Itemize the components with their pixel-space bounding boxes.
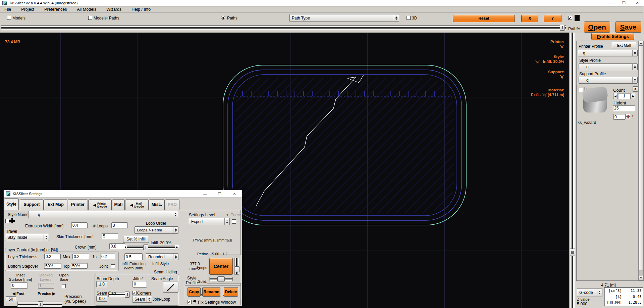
panel-scrollbar[interactable] xyxy=(638,41,644,281)
chevron-updown-icon[interactable] xyxy=(147,296,152,302)
tab-support[interactable]: Support xyxy=(20,200,44,210)
rotation-input[interactable] xyxy=(613,114,626,120)
loop-order-select[interactable]: Loop1 > Perim xyxy=(135,226,178,234)
tab-ext-map[interactable]: Ext Map xyxy=(44,200,67,210)
infill-slider[interactable]: ◀ ▶ xyxy=(123,245,179,250)
path-color-swatch[interactable] xyxy=(575,15,580,21)
chevron-updown-icon[interactable] xyxy=(394,14,399,21)
scrollbar-thumb[interactable] xyxy=(639,46,643,270)
menu-help-info[interactable]: Help / Info xyxy=(131,7,151,12)
inset-surface-input[interactable] xyxy=(11,282,28,289)
center-v-slider[interactable] xyxy=(234,258,239,275)
tab-printer[interactable]: Printer xyxy=(68,200,88,210)
chevron-updown-icon[interactable] xyxy=(632,77,637,83)
menu-wizards[interactable]: Wizards xyxy=(106,7,122,12)
corners-checkbox[interactable]: ✓ xyxy=(132,291,137,295)
menu-preferences[interactable]: Preferences xyxy=(44,7,67,12)
chevron-updown-icon[interactable] xyxy=(597,289,602,297)
path-type-select[interactable]: Path Type xyxy=(289,14,399,22)
tab-printer-gcode[interactable]: ◀ PrinterG-code xyxy=(88,200,112,210)
path-percent-slider[interactable] xyxy=(1,25,566,30)
settings-level-select[interactable]: Expert xyxy=(189,218,230,225)
jitter-input[interactable] xyxy=(132,281,147,288)
style-profile-select[interactable]: q xyxy=(579,63,638,70)
maximize-icon[interactable]: ❐ xyxy=(617,0,631,6)
open-button[interactable]: Open xyxy=(584,21,610,33)
layer-thickness-input[interactable] xyxy=(44,254,61,259)
layer-slider[interactable] xyxy=(569,33,575,308)
extrusion-width-input[interactable] xyxy=(71,222,88,228)
center-h-slider-handle[interactable] xyxy=(217,276,225,281)
models-paths-checkbox[interactable] xyxy=(88,16,92,20)
seam-mode-select[interactable]: Seam xyxy=(132,296,152,303)
max-thickness-input[interactable] xyxy=(72,254,89,259)
tab-matl-gcode[interactable]: ◀ MatlG-code xyxy=(125,200,149,210)
paths-radio[interactable] xyxy=(221,16,225,20)
x-axis-button[interactable]: X xyxy=(521,15,538,22)
joint-checkbox[interactable] xyxy=(111,264,115,268)
set-infill-button[interactable]: Set % Infill xyxy=(123,236,149,243)
close-icon[interactable]: ✕ xyxy=(631,0,644,6)
tab-pro[interactable]: PRO xyxy=(165,200,179,210)
count-input[interactable] xyxy=(618,93,631,99)
rotation-up-icon[interactable] xyxy=(626,114,630,117)
model-thumbnail[interactable] xyxy=(583,88,608,113)
height-input[interactable] xyxy=(613,105,635,111)
settings-maximize-icon[interactable]: ❐ xyxy=(212,190,227,198)
chevron-updown-icon[interactable] xyxy=(173,227,178,233)
infill-slider-right-icon[interactable]: ▶ xyxy=(175,245,179,249)
infill-slider-handle[interactable] xyxy=(143,245,148,250)
reset-button[interactable]: Reset xyxy=(453,15,515,22)
minimize-icon[interactable]: — xyxy=(604,0,617,6)
threed-checkbox[interactable] xyxy=(407,16,411,20)
copy-button[interactable]: Copy xyxy=(187,287,201,297)
open-base-checkbox[interactable] xyxy=(62,284,66,288)
profile-settings-button[interactable]: Profile Settings xyxy=(591,33,634,40)
menu-project[interactable]: Project xyxy=(20,7,35,12)
tab-misc[interactable]: Misc. xyxy=(149,200,165,210)
first-layer-input[interactable] xyxy=(100,254,115,259)
chevron-updown-icon[interactable] xyxy=(224,218,229,225)
delete-button[interactable]: Delete xyxy=(224,287,238,297)
y-axis-button[interactable]: Y xyxy=(544,15,561,22)
top-stepover-input[interactable] xyxy=(71,263,88,269)
precision-slider-handle[interactable] xyxy=(38,301,43,307)
fix-settings-checkbox[interactable]: ✓ xyxy=(187,300,192,304)
save-button[interactable]: Save xyxy=(615,21,641,33)
seam-angle-dial[interactable] xyxy=(163,281,178,293)
ext-matl-button[interactable]: Ext Matl xyxy=(612,42,636,48)
force-checkbox[interactable] xyxy=(232,219,236,224)
seam-depth-slider-handle[interactable] xyxy=(125,292,130,298)
bottom-stepover-input[interactable] xyxy=(44,263,61,269)
center-h-slider[interactable] xyxy=(209,277,233,281)
count-increment-button[interactable]: ▶ xyxy=(631,93,635,99)
scroll-up-icon[interactable] xyxy=(639,41,643,46)
scroll-down-icon[interactable] xyxy=(639,276,643,280)
remove-model-button[interactable]: X xyxy=(633,86,638,92)
infill-style-select[interactable]: Rounded xyxy=(146,253,178,260)
gcode-select[interactable]: G-code xyxy=(577,288,602,297)
skin-thickness-input[interactable] xyxy=(102,233,118,239)
settings-close-icon[interactable]: ✕ xyxy=(227,190,242,198)
chevron-updown-icon[interactable] xyxy=(173,254,178,260)
rename-button[interactable]: Rename xyxy=(202,287,220,297)
chevron-updown-icon[interactable] xyxy=(44,234,49,241)
center-button[interactable]: Center xyxy=(209,258,233,275)
settings-titlebar[interactable]: KISSlicer Settings — ❐ ✕ xyxy=(4,190,242,198)
path-detail-checkbox[interactable]: ✓ xyxy=(568,16,572,20)
count-decrement-button[interactable]: ◀ xyxy=(613,93,618,99)
support-profile-select[interactable]: q xyxy=(579,77,638,84)
center-v-slider-handle[interactable] xyxy=(235,266,239,272)
tab-style[interactable]: Style xyxy=(4,199,19,210)
chevron-updown-icon[interactable] xyxy=(632,50,637,56)
precision-slider[interactable] xyxy=(17,302,62,307)
chevron-updown-icon[interactable] xyxy=(173,211,178,218)
rotation-down-icon[interactable] xyxy=(626,117,630,119)
menu-all-models[interactable]: All Models xyxy=(76,7,97,12)
chevron-updown-icon[interactable] xyxy=(632,64,637,70)
crown-input[interactable] xyxy=(109,243,125,249)
rotation-stepper[interactable] xyxy=(626,114,630,120)
style-new-checkbox[interactable] xyxy=(5,219,9,223)
num-loops-input[interactable] xyxy=(111,222,128,228)
path-percent-slider-handle[interactable] xyxy=(560,25,565,31)
